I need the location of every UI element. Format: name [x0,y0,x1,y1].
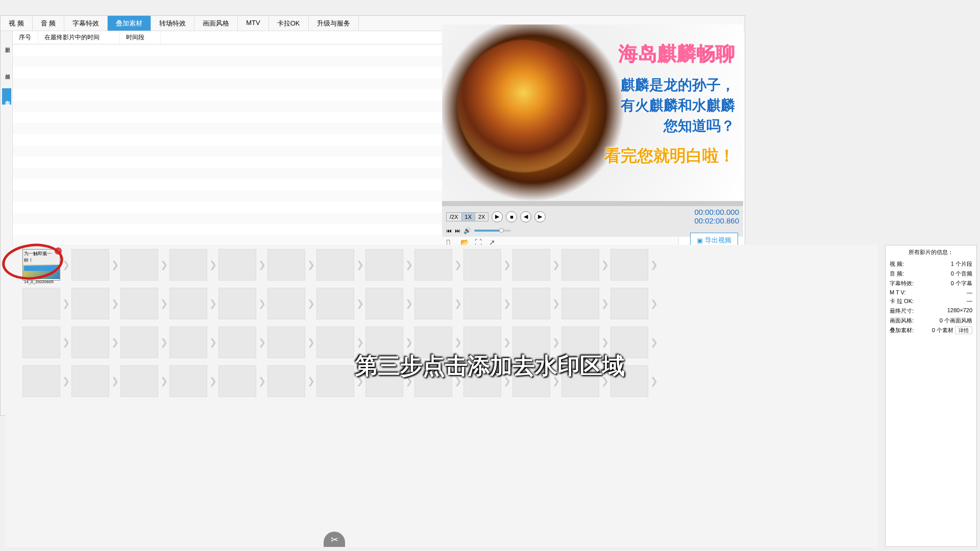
clip-slot[interactable] [365,327,403,358]
transition-icon[interactable]: ❯ [110,249,119,281]
skip-fwd-icon[interactable]: ⏭ [455,228,460,234]
transition-icon[interactable]: ❯ [208,365,217,397]
clip-slot[interactable] [561,249,599,281]
transition-icon[interactable]: ❯ [355,365,364,397]
clip-slot[interactable] [218,365,256,397]
transition-icon[interactable]: ❯ [453,249,462,281]
clip-slot[interactable] [71,288,109,319]
tab-audio[interactable]: 音 频 [33,16,65,31]
clip-slot[interactable] [120,365,158,397]
transition-icon[interactable]: ❯ [159,288,168,319]
sidebar-sticker[interactable]: 加贴图 [2,35,11,52]
transition-icon[interactable]: ❯ [159,249,168,281]
info-detail-button[interactable]: 详情 [955,327,972,334]
transition-icon[interactable]: ❯ [649,365,658,397]
transition-icon[interactable]: ❯ [404,288,413,319]
tab-subtitle[interactable]: 字幕特效 [64,16,108,31]
transition-icon[interactable]: ❯ [306,365,315,397]
transition-icon[interactable]: ❯ [208,288,217,319]
transition-icon[interactable]: ❯ [306,288,315,319]
volume-icon[interactable]: 🔊 [463,227,471,234]
clip-slot[interactable] [267,327,305,358]
clip-slot[interactable] [22,365,60,397]
clip-slot[interactable] [463,249,501,281]
transition-icon[interactable]: ❯ [551,249,560,281]
clip-slot[interactable] [71,249,109,281]
clip-slot[interactable] [512,327,550,358]
speed-half[interactable]: /2X [447,213,462,221]
clip-slot[interactable] [22,288,60,319]
tab-overlay[interactable]: 叠加素材 [108,16,151,31]
transition-icon[interactable]: ❯ [355,327,364,358]
transition-icon[interactable]: ❯ [453,365,462,397]
play-icon[interactable]: ▶ [492,211,503,222]
transition-icon[interactable]: ❯ [502,327,511,358]
clip-slot[interactable] [267,365,305,397]
transition-icon[interactable]: ❯ [404,249,413,281]
prev-frame-icon[interactable]: ◀ [520,211,531,222]
transition-icon[interactable]: ❯ [551,327,560,358]
clip-slot[interactable] [267,288,305,319]
tab-upgrade[interactable]: 升级与服务 [309,16,359,31]
preview-scrubber[interactable] [442,201,743,206]
transition-icon[interactable]: ❯ [306,249,315,281]
transition-icon[interactable]: ❯ [551,365,560,397]
clip-slot[interactable] [218,288,256,319]
transition-icon[interactable]: ❯ [257,249,266,281]
clip-slot[interactable] [463,288,501,319]
clip-slot[interactable] [71,365,109,397]
transition-icon[interactable]: ❯ [159,365,168,397]
clip-slot[interactable] [561,288,599,319]
transition-icon[interactable]: ❯ [208,327,217,358]
transition-icon[interactable]: ❯ [61,288,70,319]
clip-slot[interactable] [365,288,403,319]
transition-icon[interactable]: ❯ [355,288,364,319]
clip-slot[interactable] [463,327,501,358]
transition-icon[interactable]: ❯ [110,327,119,358]
clip-slot[interactable] [169,249,207,281]
sidebar-frame[interactable]: 加相框 [2,62,11,78]
transition-icon[interactable]: ❯ [649,327,658,358]
tab-video[interactable]: 视 频 [1,16,33,31]
clip-slot[interactable] [561,365,599,397]
scissors-icon[interactable]: ✂ [324,532,345,547]
transition-icon[interactable]: ❯ [61,249,70,281]
transition-icon[interactable]: ❯ [649,288,658,319]
transition-icon[interactable]: ❯ [649,249,658,281]
clip-slot[interactable] [610,249,648,281]
stop-icon[interactable]: ■ [506,211,517,222]
speed-2x[interactable]: 2X [475,213,488,221]
clip-slot[interactable] [218,327,256,358]
clip-slot[interactable] [414,365,452,397]
transition-icon[interactable]: ❯ [110,365,119,397]
clip-slot[interactable] [610,365,648,397]
clip-slot[interactable] [512,249,550,281]
transition-icon[interactable]: ❯ [600,327,609,358]
transition-icon[interactable]: ❯ [502,288,511,319]
transition-icon[interactable]: ❯ [257,327,266,358]
clip-slot[interactable] [610,327,648,358]
volume-slider[interactable] [474,230,511,232]
clip-slot[interactable] [71,327,109,358]
tab-mtv[interactable]: MTV [238,16,268,31]
transition-icon[interactable]: ❯ [208,249,217,281]
transition-icon[interactable]: ❯ [61,327,70,358]
tab-karaoke[interactable]: 卡拉OK [269,16,309,31]
transition-icon[interactable]: ❯ [502,365,511,397]
transition-icon[interactable]: ❯ [159,327,168,358]
transition-icon[interactable]: ❯ [257,288,266,319]
transition-icon[interactable]: ❯ [453,288,462,319]
tab-style[interactable]: 画面风格 [194,16,238,31]
clip-slot[interactable] [218,249,256,281]
transition-icon[interactable]: ❯ [551,288,560,319]
clip-slot[interactable] [267,249,305,281]
close-icon[interactable]: × [55,247,62,255]
clip-slot[interactable] [512,365,550,397]
transition-icon[interactable]: ❯ [61,365,70,397]
transition-icon[interactable]: ❯ [453,327,462,358]
transition-icon[interactable]: ❯ [306,327,315,358]
clip-slot[interactable] [316,249,354,281]
clip-slot[interactable] [610,288,648,319]
clip-slot[interactable] [561,327,599,358]
clip-slot[interactable] [120,327,158,358]
